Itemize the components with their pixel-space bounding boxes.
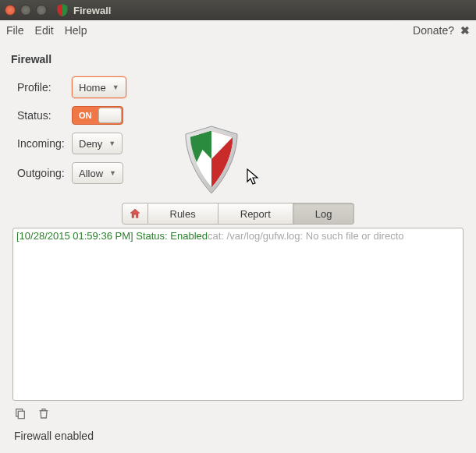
page-title: Firewall — [11, 53, 465, 65]
tab-rules-label: Rules — [170, 208, 196, 220]
chevron-down-icon: ▼ — [109, 169, 116, 177]
window-close-button[interactable] — [5, 5, 16, 16]
profile-value: Home — [79, 82, 106, 94]
window-maximize-button[interactable] — [36, 5, 47, 16]
tab-rules[interactable]: Rules — [148, 203, 218, 225]
content-area: Firewall Profile: Home ▼ Status: ON Inco… — [0, 41, 476, 401]
outgoing-combo[interactable]: Allow ▼ — [72, 162, 123, 184]
incoming-value: Deny — [79, 138, 102, 150]
log-status-msg: Status: Enabled — [136, 230, 208, 242]
chevron-down-icon: ▼ — [108, 140, 115, 147]
tab-report-label: Report — [240, 208, 271, 220]
status-switch[interactable]: ON — [72, 106, 123, 125]
shield-graphic — [181, 125, 242, 199]
profile-label: Profile: — [11, 81, 72, 94]
home-button[interactable] — [122, 203, 148, 225]
tab-report[interactable]: Report — [218, 203, 293, 225]
incoming-combo[interactable]: Deny ▼ — [72, 133, 123, 154]
bottom-toolbar — [0, 401, 476, 425]
menu-edit[interactable]: Edit — [35, 24, 54, 37]
app-shield-icon — [56, 4, 69, 16]
chevron-down-icon: ▼ — [112, 83, 119, 91]
window-title: Firewall — [73, 5, 111, 16]
tab-log[interactable]: Log — [293, 203, 355, 225]
window-minimize-button[interactable] — [20, 5, 31, 16]
profile-combo[interactable]: Home ▼ — [72, 76, 126, 98]
titlebar: Firewall — [0, 0, 476, 20]
menu-file[interactable]: File — [6, 24, 24, 37]
close-panel-icon[interactable]: ✖ — [460, 24, 470, 37]
statusbar: Firewall enabled — [0, 425, 476, 451]
tab-log-label: Log — [315, 208, 332, 220]
menu-help[interactable]: Help — [65, 24, 87, 37]
home-icon — [129, 207, 141, 220]
tabs-toolbar: Rules Report Log — [11, 203, 465, 225]
outgoing-label: Outgoing: — [11, 167, 72, 179]
incoming-label: Incoming: — [11, 137, 72, 150]
status-label: Status: — [11, 109, 72, 122]
switch-knob — [98, 108, 122, 123]
donate-link[interactable]: Donate? — [413, 24, 454, 37]
statusbar-text: Firewall enabled — [14, 430, 94, 442]
trash-icon[interactable] — [37, 407, 50, 422]
status-switch-label: ON — [79, 111, 92, 120]
menubar: File Edit Help Donate? ✖ — [0, 20, 476, 41]
log-error-msg: cat: /var/log/gufw.log: No such file or … — [208, 230, 403, 242]
log-textarea[interactable]: [10/28/2015 01:59:36 PM] Status: Enabled… — [12, 228, 464, 401]
svg-rect-1 — [18, 411, 24, 418]
log-timestamp: [10/28/2015 01:59:36 PM] — [16, 230, 136, 242]
copy-icon[interactable] — [14, 407, 27, 422]
outgoing-value: Allow — [79, 168, 103, 179]
